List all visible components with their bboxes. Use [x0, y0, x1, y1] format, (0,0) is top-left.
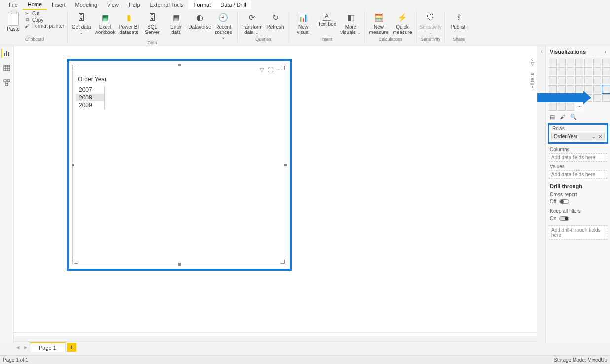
viz-stacked-column-icon[interactable] — [558, 59, 566, 66]
tab-external-tools[interactable]: External Tools — [145, 0, 189, 9]
sensitivity-icon: 🛡 — [425, 12, 436, 24]
refresh-button[interactable]: ↻Refresh — [264, 11, 286, 30]
viz-arcgis-icon[interactable] — [549, 103, 557, 111]
format-tab-icon[interactable]: 🖌 — [560, 114, 565, 120]
data-view-button[interactable] — [2, 64, 11, 72]
callout-arrow — [537, 93, 584, 102]
new-visual-button[interactable]: 📊New visual — [292, 11, 314, 35]
viz-automate-icon[interactable] — [567, 103, 574, 111]
filter-icon[interactable]: ▽ — [260, 67, 264, 73]
tab-format[interactable]: Format — [188, 0, 215, 9]
viz-line-icon[interactable] — [602, 59, 610, 66]
collapse-pane-button[interactable]: ‹ — [538, 49, 545, 56]
more-options-icon[interactable]: ⋯ — [277, 67, 283, 73]
viz-filled-map-icon[interactable] — [593, 76, 601, 84]
copy-button[interactable]: ⧉Copy — [24, 17, 64, 23]
publish-button[interactable]: ⇪Publish — [448, 11, 469, 30]
keep-filters-toggle[interactable] — [559, 216, 569, 221]
measure-icon: 🧮 — [373, 12, 385, 24]
list-item[interactable]: 2008 — [76, 94, 104, 101]
tab-file[interactable]: File — [4, 0, 23, 9]
viz-funnel-icon[interactable] — [602, 67, 610, 75]
paste-button[interactable]: Paste — [5, 11, 22, 32]
selected-visual[interactable]: ▽ ⛶ ⋯ Order Year 2007 2008 2009 — [67, 59, 292, 271]
tab-home[interactable]: Home — [23, 0, 47, 10]
get-data-button[interactable]: 🗄Get data ⌄ — [71, 11, 92, 35]
viz-waterfall-icon[interactable] — [593, 67, 601, 75]
text-box-button[interactable]: AText box — [316, 11, 338, 27]
fields-tab-icon[interactable]: ▤ — [550, 114, 555, 120]
quick-measure-button[interactable]: ⚡Quick measure — [392, 11, 413, 35]
copy-icon: ⧉ — [24, 17, 31, 23]
year-list: 2007 2008 2009 — [76, 86, 105, 109]
viz-pie-icon[interactable] — [558, 76, 566, 84]
more-visuals-button[interactable]: ◧More visuals ⌄ — [340, 11, 361, 35]
list-item[interactable]: 2009 — [76, 101, 104, 109]
viz-multi-card-icon[interactable] — [567, 85, 574, 93]
viz-donut-icon[interactable] — [567, 76, 574, 84]
viz-shape-map-icon[interactable] — [602, 76, 610, 84]
columns-dropzone[interactable]: Add data fields here — [549, 153, 607, 162]
viz-table-icon[interactable] — [593, 85, 601, 93]
left-view-rail — [0, 46, 14, 343]
next-page-button[interactable]: ► — [22, 344, 30, 350]
viz-line-clustered-icon[interactable] — [567, 67, 574, 75]
viz-clustered-bar-icon[interactable] — [567, 59, 574, 66]
analytics-tab-icon[interactable]: 🔍 — [570, 114, 577, 120]
values-dropzone[interactable]: Add data fields here — [549, 170, 607, 179]
viz-matrix-icon[interactable] — [602, 85, 610, 93]
viz-stacked-area-icon[interactable] — [558, 67, 566, 75]
recent-sources-button[interactable]: 🕘Recent sources ⌄ — [213, 11, 234, 40]
expand-pane-icon[interactable]: › — [604, 49, 606, 55]
viz-100-column-icon[interactable] — [593, 59, 601, 66]
filters-pane-collapsed[interactable]: ‹ ▽ Filters — [528, 55, 537, 104]
viz-treemap-icon[interactable] — [575, 76, 583, 84]
viz-line-stacked-icon[interactable] — [575, 67, 583, 75]
viz-ribbon-icon[interactable] — [584, 67, 592, 75]
powerbi-datasets-button[interactable]: ▮Power BI datasets — [118, 11, 140, 35]
tab-modeling[interactable]: Modeling — [71, 0, 103, 9]
status-storage-mode: Storage Mode: MixedUp — [554, 357, 607, 363]
viz-gauge-icon[interactable] — [549, 85, 557, 93]
rows-field-pill[interactable]: Order Year ⌄ ✕ — [551, 133, 605, 140]
enter-data-button[interactable]: ▦Enter data — [165, 11, 187, 35]
viz-smart-narrative-icon[interactable] — [593, 94, 601, 102]
viz-clustered-column-icon[interactable] — [575, 59, 583, 66]
sql-server-button[interactable]: 🗄SQL Server — [142, 11, 163, 35]
page-tab-1[interactable]: Page 1 — [30, 342, 66, 352]
viz-powerapps-icon[interactable] — [558, 103, 566, 111]
format-painter-button[interactable]: 🖌Format painter — [24, 23, 64, 29]
tab-data-drill[interactable]: Data / Drill — [215, 0, 251, 9]
viz-stacked-bar-icon[interactable] — [549, 59, 557, 66]
dataverse-button[interactable]: ◐Dataverse — [189, 11, 211, 30]
add-page-button[interactable]: + — [67, 343, 76, 352]
model-view-button[interactable] — [2, 78, 11, 87]
report-canvas[interactable]: ▽ ⛶ ⋯ Order Year 2007 2008 2009 ‹ ▽ — [14, 46, 537, 336]
viz-card-icon[interactable] — [558, 85, 566, 93]
viz-100-bar-icon[interactable] — [584, 59, 592, 66]
drill-through-dropzone[interactable]: Add drill-through fields here — [549, 225, 607, 240]
viz-map-icon[interactable] — [584, 76, 592, 84]
viz-scatter-icon[interactable] — [549, 76, 557, 84]
viz-paginated-icon[interactable] — [602, 94, 610, 102]
chevron-down-icon[interactable]: ⌄ — [591, 134, 597, 139]
remove-field-icon[interactable]: ✕ — [597, 134, 602, 139]
quick-measure-icon: ⚡ — [396, 12, 408, 24]
cross-report-toggle[interactable] — [559, 199, 569, 204]
tab-insert[interactable]: Insert — [47, 0, 71, 9]
list-item[interactable]: 2007 — [76, 86, 104, 94]
viz-area-icon[interactable] — [549, 67, 557, 75]
tab-view[interactable]: View — [102, 0, 124, 9]
focus-mode-icon[interactable]: ⛶ — [268, 67, 273, 73]
excel-workbook-button[interactable]: ▦Excel workbook — [94, 11, 116, 35]
prev-page-button[interactable]: ◄ — [14, 344, 22, 350]
report-view-button[interactable] — [1, 49, 10, 58]
transform-data-button[interactable]: ⟳Transform data ⌄ — [241, 11, 262, 35]
tab-help[interactable]: Help — [124, 0, 145, 9]
barchart-icon — [3, 50, 10, 57]
publish-icon: ⇪ — [453, 12, 465, 24]
new-measure-button[interactable]: 🧮New measure — [368, 11, 390, 35]
cut-button[interactable]: ✂Cut — [24, 11, 64, 16]
viz-kpi-icon[interactable] — [575, 85, 583, 93]
viz-get-more-icon[interactable]: ⋯ — [575, 103, 583, 111]
